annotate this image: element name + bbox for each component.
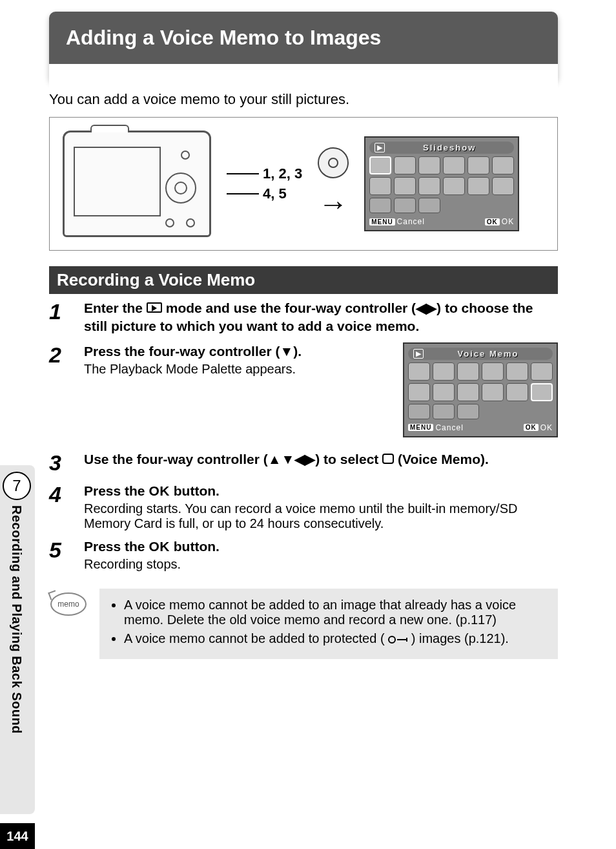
palette-icon [408, 404, 430, 419]
arrow-block: → [318, 147, 349, 221]
page-number: 144 [0, 823, 35, 849]
chapter-tab: 7 Recording and Playing Back Sound [0, 465, 35, 814]
ok-label: OK [540, 423, 553, 432]
protect-key-icon [388, 636, 407, 644]
chapter-number-badge: 7 [3, 472, 31, 500]
palette-icon [531, 362, 553, 381]
step-3-head: Use the four-way controller (▲▼◀▶) to se… [84, 450, 558, 468]
step-5-text-b: button. [174, 539, 220, 554]
palette-icon [457, 404, 479, 419]
memo-item-2a: A voice memo cannot be added to protecte… [124, 631, 385, 645]
section-heading: Recording a Voice Memo [49, 266, 558, 294]
palette-icon [408, 362, 430, 381]
memo-item-2: A voice memo cannot be added to protecte… [124, 631, 546, 646]
menu-label: MENU [369, 218, 395, 225]
palette-icon [433, 404, 455, 419]
step-5-head: Press the OK button. [84, 538, 558, 556]
step-1-text-a: Enter the [84, 300, 147, 315]
step-5: 5 Press the OK button. Recording stops. [49, 538, 558, 572]
page-title: Adding a Voice Memo to Images [66, 26, 381, 49]
intro-text: You can add a voice memo to your still p… [49, 91, 558, 108]
step-number: 4 [49, 482, 71, 531]
step-5-sub: Recording stops. [84, 557, 558, 572]
callout-2: 4, 5 [263, 184, 287, 204]
ok-button-label: OK [524, 424, 539, 431]
palette-icon [394, 198, 416, 213]
step-4-text-b: button. [174, 483, 220, 498]
memo-block: memo A voice memo cannot be added to an … [49, 589, 558, 659]
ok-button-label: OK [485, 218, 500, 225]
memo-item-2b: ) images (p.121). [411, 631, 509, 645]
palette-icon [482, 383, 504, 401]
palette-icon [418, 198, 440, 213]
palette-icon [482, 362, 504, 381]
steps-list: 1 Enter the mode and use the four-way co… [49, 299, 558, 572]
playback-mode-icon [147, 302, 162, 313]
step-2: 2 ▶ Voice Memo [49, 342, 558, 444]
palette-icon [457, 362, 479, 381]
step-4-text-a: Press the [84, 483, 149, 498]
chapter-number: 7 [12, 477, 21, 495]
ok-button-text: OK [149, 539, 170, 554]
ok-label: OK [502, 217, 514, 226]
memo-label: memo [57, 600, 79, 609]
step-3: 3 Use the four-way controller (▲▼◀▶) to … [49, 450, 558, 476]
ok-button-text: OK [149, 483, 170, 498]
palette-icon [369, 156, 391, 174]
lcd-title: Voice Memo [429, 349, 548, 359]
arrow-right-icon: → [318, 186, 348, 221]
step-1-head: Enter the mode and use the four-way cont… [84, 299, 558, 336]
palette-icon [408, 383, 430, 401]
palette-icon [506, 383, 528, 401]
palette-icon [457, 383, 479, 401]
menu-label: MENU [408, 424, 433, 431]
lcd-voicememo: ▶ Voice Memo [403, 342, 558, 437]
palette-icon [443, 177, 465, 195]
voice-memo-icon [531, 383, 553, 401]
palette-icon [492, 177, 514, 195]
step-4: 4 Press the OK button. Recording starts.… [49, 482, 558, 531]
lcd-slideshow: ▶ Slideshow [364, 136, 519, 231]
palette-icon [467, 156, 489, 174]
figure-callouts: 1, 2, 3 4, 5 [227, 164, 302, 204]
memo-body: A voice memo cannot be added to an image… [99, 589, 558, 659]
palette-icon [433, 362, 455, 381]
palette-icon [433, 383, 455, 401]
memo-icon: memo [49, 589, 88, 659]
step-4-head: Press the OK button. [84, 482, 558, 500]
step-number: 1 [49, 299, 71, 336]
cancel-label: Cancel [435, 423, 463, 432]
step-4-sub: Recording starts. You can record a voice… [84, 501, 558, 531]
camera-illustration [63, 131, 211, 237]
step-number: 2 [49, 342, 71, 444]
controller-icon [318, 147, 349, 178]
palette-icon [492, 156, 514, 174]
step-number: 3 [49, 450, 71, 476]
palette-icon [467, 177, 489, 195]
palette-icon [369, 198, 391, 213]
palette-icon [418, 156, 440, 174]
step-5-text-a: Press the [84, 539, 149, 554]
palette-icon [418, 177, 440, 195]
memo-item-1: A voice memo cannot be added to an image… [124, 598, 546, 627]
palette-icon [443, 156, 465, 174]
step-3-text-a: Use the four-way controller (▲▼◀▶) to se… [84, 452, 382, 466]
palette-icon [506, 362, 528, 381]
palette-icon [394, 156, 416, 174]
voice-memo-icon [382, 454, 394, 464]
step-1: 1 Enter the mode and use the four-way co… [49, 299, 558, 336]
lcd-title: Slideshow [390, 143, 509, 152]
palette-icon [394, 177, 416, 195]
step-3-text-b: (Voice Memo). [398, 452, 489, 466]
cancel-label: Cancel [397, 217, 425, 226]
chapter-title: Recording and Playing Back Sound [9, 505, 24, 734]
play-icon: ▶ [413, 349, 424, 359]
play-icon: ▶ [375, 143, 385, 152]
step-number: 5 [49, 538, 71, 572]
callout-1: 1, 2, 3 [263, 164, 302, 184]
figure-box: 1, 2, 3 4, 5 → ▶ Slideshow [49, 117, 558, 251]
palette-icon [369, 177, 391, 195]
